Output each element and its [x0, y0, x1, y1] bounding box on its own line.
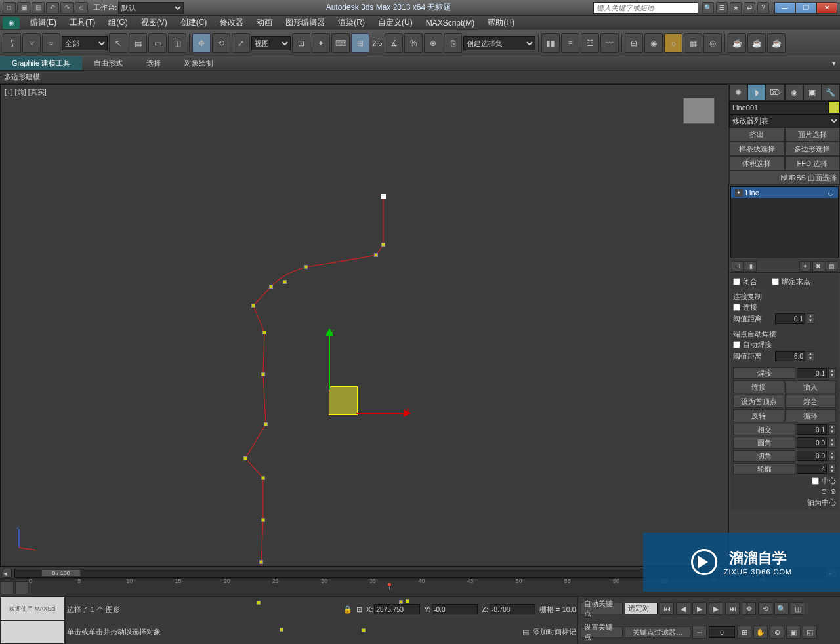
display-tab-icon[interactable]: ▣	[803, 84, 822, 100]
ribbon-tab-freeform[interactable]: 自由形式	[82, 56, 135, 70]
weld-button[interactable]: 焊接	[733, 367, 795, 379]
scale-icon[interactable]: ⤢	[232, 33, 250, 53]
redo-icon[interactable]: ↷	[60, 2, 74, 14]
search-icon[interactable]: 🔍	[702, 2, 714, 14]
rollout-area[interactable]: 闭合 绑定末点 连接复制 连接 阈值距离▲▼ 端点自动焊接 自动焊接 阈值距离▲…	[729, 273, 840, 567]
mod-btn-extrude[interactable]: 挤出	[729, 127, 785, 142]
bind-spacewarp-icon[interactable]: ≈	[42, 33, 60, 53]
menu-maxscript[interactable]: MAXScript(M)	[419, 16, 482, 30]
select-region-rect-icon[interactable]: ▭	[148, 33, 167, 53]
object-name-field[interactable]	[729, 101, 828, 113]
new-icon[interactable]: □	[3, 2, 16, 14]
menu-tools[interactable]: 工具(T)	[63, 16, 102, 30]
chamfer-field[interactable]	[797, 451, 827, 461]
transform-gizmo-xy[interactable]	[329, 386, 358, 415]
viewport-front[interactable]: [+] [前] [真实]	[0, 84, 728, 567]
workspace-select[interactable]: 默认	[118, 2, 184, 14]
time-slider-thumb[interactable]: 0 / 100	[41, 569, 81, 577]
menu-animation[interactable]: 动画	[250, 16, 279, 30]
menu-create[interactable]: 创建(C)	[174, 16, 214, 30]
angle-snap-icon[interactable]: ∡	[385, 33, 403, 53]
nav-pan2-icon[interactable]: ✋	[753, 626, 768, 639]
layers-icon[interactable]: ☳	[581, 33, 599, 53]
menu-modifiers[interactable]: 修改器	[213, 16, 250, 30]
spinner-snap-icon[interactable]: ⊕	[424, 33, 442, 53]
render-setup-icon[interactable]: ☼	[664, 33, 682, 53]
closed-checkbox[interactable]	[733, 278, 740, 285]
minimize-button[interactable]: —	[774, 2, 795, 14]
spline-vertex[interactable]	[374, 253, 378, 257]
menu-rendering[interactable]: 渲染(R)	[331, 16, 371, 30]
threshold2-spinner[interactable]: ▲▼	[807, 351, 814, 361]
next-frame-icon[interactable]: ▶	[709, 602, 723, 615]
menu-views[interactable]: 视图(V)	[135, 16, 174, 30]
timeline-left-icon[interactable]: ◂	[3, 569, 12, 578]
z-coord-field[interactable]	[490, 604, 536, 614]
help-search-input[interactable]	[593, 2, 698, 14]
threshold1-field[interactable]	[775, 313, 805, 324]
menu-group[interactable]: 组(G)	[102, 16, 134, 30]
spline-vertex[interactable]	[283, 280, 287, 284]
ribbon-panel[interactable]: 多边形建模	[0, 71, 840, 84]
nav-max-icon[interactable]: ◱	[803, 626, 817, 639]
modifier-stack[interactable]: + Line ◡	[730, 186, 839, 258]
save-icon[interactable]: ▤	[32, 2, 45, 14]
lightbulb-icon[interactable]: ◡	[828, 188, 834, 197]
center-checkbox[interactable]	[812, 477, 819, 485]
modifier-list-dropdown[interactable]: 修改器列表	[729, 114, 840, 127]
exchange-icon[interactable]: ⇄	[744, 2, 755, 14]
pin-stack-icon[interactable]: ⊣	[732, 261, 744, 272]
key-filters-button[interactable]: 关键点过滤器...	[625, 626, 690, 638]
link-icon[interactable]: ⎋	[75, 2, 88, 14]
snaps-toggle-icon[interactable]: ⊞	[351, 33, 369, 53]
ribbon-tab-objectpaint[interactable]: 对象绘制	[173, 56, 225, 70]
motion-tab-icon[interactable]: ◉	[785, 84, 803, 100]
current-frame-field[interactable]	[709, 626, 735, 638]
threshold2-field[interactable]	[775, 351, 805, 361]
fillet-field[interactable]	[797, 437, 827, 448]
transform-gizmo-y[interactable]	[329, 331, 330, 390]
fuse-button[interactable]: 熔合	[785, 395, 836, 408]
maximize-button[interactable]: ❐	[795, 2, 816, 14]
remove-modifier-icon[interactable]: ✖	[812, 261, 824, 272]
selection-filter[interactable]: 全部	[62, 36, 108, 50]
time-tag-icon[interactable]: ▤	[522, 628, 529, 636]
threshold1-spinner[interactable]: ▲▼	[807, 313, 814, 324]
outline-field[interactable]	[797, 464, 827, 474]
spline-vertex[interactable]	[261, 372, 265, 376]
ref-coord-system[interactable]: 视图	[251, 36, 291, 50]
schematic-view-icon[interactable]: ⊟	[625, 33, 643, 53]
nav-pan-icon[interactable]: ✥	[742, 602, 756, 615]
nav-zoomext-icon[interactable]: ▣	[786, 626, 801, 639]
rotate-icon[interactable]: ⟲	[212, 33, 230, 53]
cycle-button[interactable]: 循环	[785, 409, 836, 422]
spline-vertex[interactable]	[257, 601, 261, 605]
mod-btn-spline-select[interactable]: 样条线选择	[729, 142, 785, 156]
connect-button[interactable]: 连接	[733, 380, 784, 393]
connect-checkbox[interactable]	[733, 304, 740, 311]
app-menu-icon[interactable]: ◉	[3, 17, 20, 29]
menu-customize[interactable]: 自定义(U)	[371, 16, 419, 30]
maxscript-mini-listener[interactable]: 欢迎使用 MAXSci	[0, 597, 65, 620]
spline-vertex[interactable]	[304, 265, 308, 269]
selected-obj-field[interactable]: 选定对	[625, 603, 658, 614]
setkey-button[interactable]: 设置关键点	[581, 626, 623, 638]
mod-btn-volume-select[interactable]: 体积选择	[729, 156, 785, 171]
edit-named-sel-icon[interactable]: ⎘	[444, 33, 462, 53]
mirror-icon[interactable]: ▮▮	[541, 33, 560, 53]
hierarchy-tab-icon[interactable]: ⌦	[766, 84, 784, 100]
spline-vertex[interactable]	[264, 422, 268, 426]
auto-weld-checkbox[interactable]	[733, 341, 740, 348]
spline-vertex[interactable]	[269, 285, 273, 289]
spline-vertex[interactable]	[261, 476, 265, 480]
spline-vertex[interactable]	[259, 560, 263, 564]
prev-frame-icon[interactable]: ◀	[676, 602, 690, 615]
render-production-icon[interactable]: ◎	[704, 33, 722, 53]
trackbar-btn1[interactable]	[1, 581, 14, 594]
key-mode-icon[interactable]: ⊣	[692, 626, 707, 639]
stack-expand-icon[interactable]: +	[735, 189, 743, 197]
mod-btn-nurbs-select[interactable]: NURBS 曲面选择	[729, 171, 840, 185]
open-icon[interactable]: ▣	[17, 2, 30, 14]
y-coord-field[interactable]	[432, 604, 478, 614]
modify-tab-icon[interactable]: ◗	[747, 84, 766, 100]
